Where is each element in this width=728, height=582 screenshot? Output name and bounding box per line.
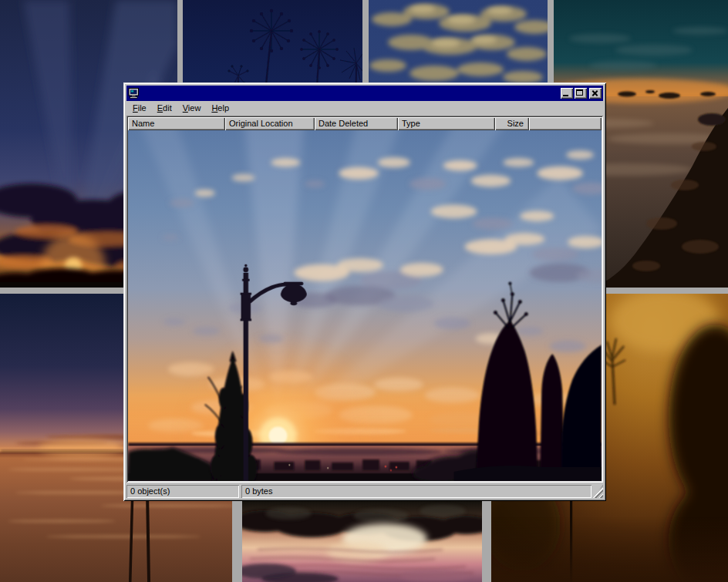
column-header-date-deleted[interactable]: Date Deleted: [315, 117, 398, 130]
status-bar: 0 object(s) 0 bytes: [126, 485, 603, 498]
column-header-type[interactable]: Type: [398, 117, 495, 130]
computer-monitor-icon: [128, 87, 140, 99]
menu-file[interactable]: File: [127, 102, 152, 115]
menu-bar: File Edit View Help: [126, 101, 603, 116]
file-list-view: Name Original Location Date Deleted Type…: [126, 116, 603, 483]
recycle-bin-window: File Edit View Help Name Original Locati…: [123, 82, 606, 501]
column-header-name[interactable]: Name: [128, 117, 225, 130]
column-header-row: Name Original Location Date Deleted Type…: [128, 117, 602, 130]
menu-help[interactable]: Help: [206, 102, 234, 115]
column-header-size[interactable]: Size: [495, 117, 529, 130]
desktop: File Edit View Help Name Original Locati…: [0, 0, 728, 582]
sun: [268, 426, 287, 445]
window-titlebar[interactable]: [126, 86, 603, 101]
menu-view[interactable]: View: [177, 102, 207, 115]
close-button[interactable]: [589, 88, 602, 99]
column-header-filler: [529, 117, 602, 130]
menu-edit[interactable]: Edit: [152, 102, 177, 115]
maximize-icon: [576, 89, 583, 96]
column-header-original-location[interactable]: Original Location: [225, 117, 315, 130]
list-content-area[interactable]: [128, 130, 602, 481]
minimize-button[interactable]: [561, 88, 573, 99]
maximize-button[interactable]: [575, 88, 587, 99]
minimize-icon: [563, 95, 568, 96]
sunset-streetlamp-photo: [128, 130, 602, 481]
status-size: 0 bytes: [241, 485, 592, 498]
resize-grip[interactable]: [593, 485, 603, 498]
status-objects: 0 object(s): [126, 485, 239, 498]
